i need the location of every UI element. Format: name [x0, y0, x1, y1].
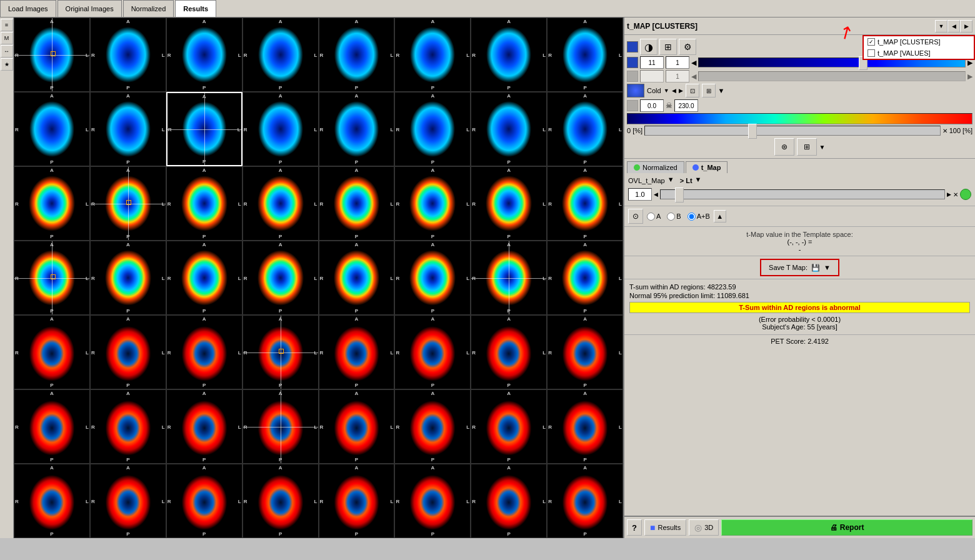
colormap-extra-btn2[interactable]: ⊞ [702, 84, 716, 98]
brain-cell[interactable]: APRL [547, 18, 623, 92]
brain-cell[interactable]: APRL [166, 92, 242, 166]
radio-ab[interactable]: A+B [688, 212, 710, 221]
brain-cell[interactable]: APRL [394, 92, 471, 166]
brain-cell[interactable]: APRL [471, 92, 547, 166]
tab-normalized[interactable]: Normalized [123, 0, 174, 17]
brain-cell[interactable]: APRL [90, 315, 166, 389]
brain-cell[interactable]: APRL [14, 464, 90, 538]
ab-icon-btn[interactable]: ⊙ [628, 209, 643, 224]
ovl-dropdown-btn[interactable]: ▼ [668, 176, 678, 186]
layer-num-input[interactable] [640, 56, 664, 69]
rp-prev-btn[interactable]: ◀ [948, 20, 960, 32]
colormap-preview[interactable] [627, 84, 644, 98]
side-btn-1[interactable]: ≡ [1, 19, 13, 31]
layer-left-btn[interactable]: ◀ [691, 59, 696, 67]
brain-cell[interactable]: APRL [394, 315, 471, 389]
brain-cell[interactable]: APRL [242, 389, 319, 464]
brain-cell[interactable]: APRL [242, 241, 319, 315]
colormap-extra-btn3[interactable]: ▼ [718, 87, 725, 94]
brain-cell[interactable]: APRL [394, 241, 471, 315]
dropdown-item-clusters[interactable]: ✓ t_MAP [CLUSTERS] [864, 36, 974, 48]
brain-cell[interactable]: APRL [90, 92, 166, 166]
rp-dropdown-btn[interactable]: ▼ [935, 20, 948, 32]
brain-cell[interactable]: APRL [547, 464, 623, 538]
brain-cell[interactable]: APRL [547, 389, 623, 464]
brain-cell[interactable]: APRL [90, 464, 166, 538]
help-btn[interactable]: ? [627, 519, 642, 536]
brain-cell[interactable]: APRL [319, 18, 395, 92]
gt-dropdown-btn[interactable]: ▼ [695, 176, 705, 186]
save-dropdown-arrow[interactable]: ▼ [824, 264, 831, 271]
tab-load-images[interactable]: Load Images [0, 0, 56, 17]
icon-dropdown-btn[interactable]: ▼ [819, 138, 826, 156]
thresh-slider[interactable] [660, 189, 945, 199]
brain-cell[interactable]: APRL [319, 464, 395, 538]
thresh-x-btn[interactable]: ✕ [953, 191, 958, 198]
brain-cell[interactable]: APRL [166, 166, 242, 241]
brain-cell[interactable]: APRL [90, 389, 166, 464]
opacity-skull-icon[interactable]: ☠ [666, 101, 672, 110]
radio-b[interactable]: B [667, 212, 681, 221]
brain-cell[interactable]: APRL [547, 315, 623, 389]
brain-cell[interactable]: APRL [319, 166, 395, 241]
brain-cell[interactable]: APRL [242, 166, 319, 241]
brain-cell[interactable]: APRL [471, 315, 547, 389]
contrast-btn[interactable]: ◑ [640, 39, 658, 55]
layer2-right-btn[interactable]: ▶ [968, 72, 972, 81]
dropdown-item-values[interactable]: t_MAP [VALUES] [864, 48, 974, 59]
brain-cell[interactable]: APRL [394, 166, 471, 241]
brain-cell[interactable]: APRL [14, 92, 90, 166]
tab-normalized-rp[interactable]: Normalized [627, 161, 684, 173]
brain-cell[interactable]: APRL [319, 241, 395, 315]
thresh-right-btn[interactable]: ▶ [947, 191, 951, 198]
layer2-slider[interactable] [698, 71, 966, 81]
brain-cell[interactable]: APRL [242, 315, 319, 389]
brain-cell[interactable]: APRL [471, 241, 547, 315]
brain-cell[interactable]: APRL [90, 241, 166, 315]
brain-cell[interactable]: APRL [319, 92, 395, 166]
tab-results[interactable]: Results [175, 0, 216, 17]
layer2-left-btn[interactable]: ◀ [691, 72, 696, 81]
brain-cell[interactable]: APRL [547, 166, 623, 241]
grid-btn[interactable]: ⊞ [659, 39, 677, 55]
side-btn-4[interactable]: ★ [1, 58, 13, 71]
opacity-slider-track[interactable] [644, 126, 941, 136]
colormap-next-btn[interactable]: ▶ [679, 88, 683, 94]
brain-cell[interactable]: APRL [394, 464, 471, 538]
brain-cell[interactable]: APRL [319, 389, 395, 464]
threshold-input[interactable] [628, 188, 652, 201]
colormap-extra-btn1[interactable]: ⊡ [686, 84, 699, 98]
tab-original-images[interactable]: Original Images [58, 0, 122, 17]
rp-next-btn[interactable]: ▶ [960, 20, 972, 32]
save-tmap-btn[interactable]: Save T Map: 💾 ▼ [760, 259, 839, 276]
map-icon-btn[interactable]: ⊛ [774, 138, 794, 156]
brain-cell[interactable]: APRL [471, 166, 547, 241]
side-btn-2[interactable]: M [1, 32, 13, 44]
thresh-left-btn[interactable]: ◀ [654, 191, 658, 198]
opacity-max-input[interactable] [674, 99, 698, 112]
brain-cell[interactable]: APRL [166, 241, 242, 315]
brain-cell[interactable]: APRL [394, 18, 471, 92]
opacity-min-input[interactable] [640, 99, 664, 112]
brain-cell[interactable]: APRL [319, 315, 395, 389]
radio-a[interactable]: A [647, 212, 661, 221]
brain-cell[interactable]: APRL [242, 18, 319, 92]
layer-step-input[interactable] [666, 56, 689, 69]
brain-cell[interactable]: APRL [471, 389, 547, 464]
grid-icon-btn[interactable]: ⊞ [797, 138, 817, 156]
brain-cell[interactable]: APRL [166, 315, 242, 389]
triangle-btn[interactable]: ▲ [714, 210, 726, 222]
brain-cell[interactable]: APRL [471, 18, 547, 92]
brain-cell[interactable]: APRL [166, 18, 242, 92]
brain-cell[interactable]: APRL [14, 241, 90, 315]
opacity-x-btn[interactable]: ✕ [942, 128, 948, 134]
colormap-dropdown-btn[interactable]: ▼ [664, 88, 669, 94]
brain-cell[interactable]: APRL [242, 464, 319, 538]
side-btn-3[interactable]: ↔ [1, 45, 13, 58]
tab-tmap-rp[interactable]: t_Map [686, 161, 728, 173]
brain-cell[interactable]: APRL [166, 389, 242, 464]
brain-cell[interactable]: APRL [14, 315, 90, 389]
settings-btn[interactable]: ⚙ [679, 39, 696, 55]
brain-cell[interactable]: APRL [14, 166, 90, 241]
colormap-prev-btn[interactable]: ◀ [672, 88, 676, 94]
